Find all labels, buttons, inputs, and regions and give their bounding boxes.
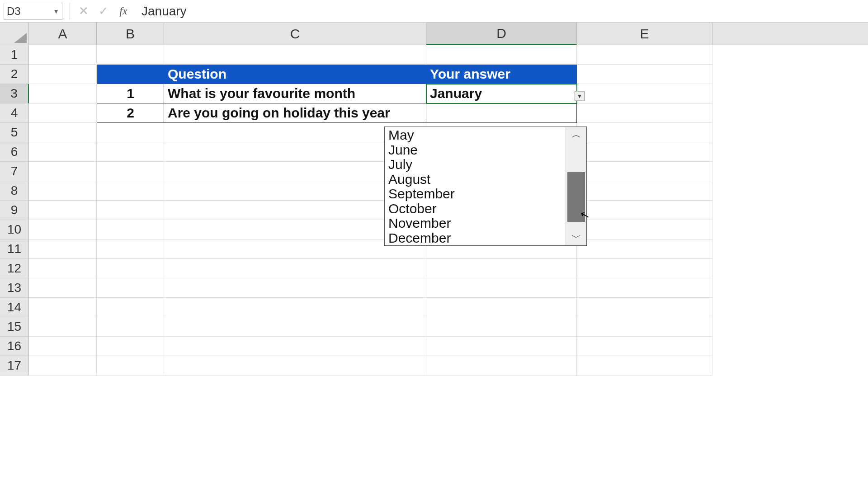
cell-D12[interactable]: [426, 259, 577, 278]
row-header-7[interactable]: 7: [0, 162, 29, 181]
dropdown-item-may[interactable]: May: [385, 128, 566, 143]
cell-E17[interactable]: [577, 356, 712, 375]
cell-B4[interactable]: 2: [97, 103, 164, 123]
cell-C1[interactable]: [164, 45, 426, 65]
column-header-A[interactable]: A: [29, 23, 97, 45]
cell-A13[interactable]: [29, 278, 97, 298]
dropdown-item-august[interactable]: August: [385, 172, 566, 187]
cell-B17[interactable]: [97, 356, 164, 375]
cell-E6[interactable]: [577, 142, 712, 162]
cell-E8[interactable]: [577, 181, 712, 201]
cell-B1[interactable]: [97, 45, 164, 65]
row-header-16[interactable]: 16: [0, 337, 29, 356]
cell-E15[interactable]: [577, 317, 712, 337]
accept-icon[interactable]: ✓: [94, 3, 113, 19]
cell-A3[interactable]: [29, 84, 97, 103]
cell-E16[interactable]: [577, 337, 712, 356]
cell-B8[interactable]: [97, 181, 164, 201]
cell-B9[interactable]: [97, 201, 164, 220]
column-header-B[interactable]: B: [97, 23, 164, 45]
cell-B2[interactable]: [97, 65, 164, 84]
dropdown-item-october[interactable]: October: [385, 202, 566, 216]
column-header-E[interactable]: E: [577, 23, 712, 45]
cell-B13[interactable]: [97, 278, 164, 298]
dropdown-scrollbar[interactable]: ︿ ﹀: [566, 127, 586, 245]
cell-B6[interactable]: [97, 142, 164, 162]
cell-C15[interactable]: [164, 317, 426, 337]
cell-D17[interactable]: [426, 356, 577, 375]
cancel-icon[interactable]: ✕: [74, 3, 94, 19]
dropdown-button[interactable]: ▼: [575, 91, 585, 101]
cell-B11[interactable]: [97, 239, 164, 259]
cell-A9[interactable]: [29, 201, 97, 220]
cell-B5[interactable]: [97, 123, 164, 142]
cell-E1[interactable]: [577, 45, 712, 65]
cell-B14[interactable]: [97, 298, 164, 317]
cell-B10[interactable]: [97, 220, 164, 239]
cell-D14[interactable]: [426, 298, 577, 317]
row-header-2[interactable]: 2: [0, 65, 29, 84]
cell-D3[interactable]: January▼: [426, 84, 577, 103]
cell-D13[interactable]: [426, 278, 577, 298]
cell-B3[interactable]: 1: [97, 84, 164, 103]
cell-E3[interactable]: [577, 84, 712, 103]
cell-B7[interactable]: [97, 162, 164, 181]
row-header-10[interactable]: 10: [0, 220, 29, 239]
cell-E9[interactable]: [577, 201, 712, 220]
cell-C17[interactable]: [164, 356, 426, 375]
row-header-8[interactable]: 8: [0, 181, 29, 201]
dropdown-item-june[interactable]: June: [385, 143, 566, 158]
row-header-5[interactable]: 5: [0, 123, 29, 142]
cell-A5[interactable]: [29, 123, 97, 142]
cell-C13[interactable]: [164, 278, 426, 298]
row-header-11[interactable]: 11: [0, 239, 29, 259]
cell-C4[interactable]: Are you going on holiday this year: [164, 103, 426, 123]
fx-icon[interactable]: fx: [113, 3, 133, 19]
scroll-up-icon[interactable]: ︿: [566, 127, 586, 142]
cell-A11[interactable]: [29, 239, 97, 259]
formula-input[interactable]: [133, 3, 864, 19]
cell-C3[interactable]: What is your favourite month: [164, 84, 426, 103]
column-header-C[interactable]: C: [164, 23, 426, 45]
row-header-9[interactable]: 9: [0, 201, 29, 220]
cell-B15[interactable]: [97, 317, 164, 337]
cell-A4[interactable]: [29, 103, 97, 123]
row-header-1[interactable]: 1: [0, 45, 29, 65]
row-header-15[interactable]: 15: [0, 317, 29, 337]
cell-D2[interactable]: Your answer: [426, 65, 577, 84]
cell-C16[interactable]: [164, 337, 426, 356]
row-header-13[interactable]: 13: [0, 278, 29, 298]
cell-E12[interactable]: [577, 259, 712, 278]
scroll-down-icon[interactable]: ﹀: [566, 230, 586, 245]
cell-E7[interactable]: [577, 162, 712, 181]
cell-E10[interactable]: [577, 220, 712, 239]
cell-C12[interactable]: [164, 259, 426, 278]
cell-D15[interactable]: [426, 317, 577, 337]
cell-C2[interactable]: Question: [164, 65, 426, 84]
cell-A15[interactable]: [29, 317, 97, 337]
cell-A7[interactable]: [29, 162, 97, 181]
row-header-4[interactable]: 4: [0, 103, 29, 123]
cell-A12[interactable]: [29, 259, 97, 278]
cell-D16[interactable]: [426, 337, 577, 356]
dropdown-item-november[interactable]: November: [385, 216, 566, 231]
cell-A8[interactable]: [29, 181, 97, 201]
cell-A10[interactable]: [29, 220, 97, 239]
cell-D4[interactable]: [426, 103, 577, 123]
row-header-6[interactable]: 6: [0, 142, 29, 162]
cell-E14[interactable]: [577, 298, 712, 317]
cell-A2[interactable]: [29, 65, 97, 84]
dropdown-item-september[interactable]: September: [385, 187, 566, 202]
cell-A17[interactable]: [29, 356, 97, 375]
cell-E13[interactable]: [577, 278, 712, 298]
cell-A6[interactable]: [29, 142, 97, 162]
column-header-D[interactable]: D: [426, 23, 577, 45]
cell-D1[interactable]: [426, 45, 577, 65]
cell-A16[interactable]: [29, 337, 97, 356]
row-header-3[interactable]: 3: [0, 84, 29, 103]
name-box[interactable]: D3 ▼: [4, 3, 62, 20]
cell-E4[interactable]: [577, 103, 712, 123]
cell-C14[interactable]: [164, 298, 426, 317]
cell-E11[interactable]: [577, 239, 712, 259]
row-header-12[interactable]: 12: [0, 259, 29, 278]
